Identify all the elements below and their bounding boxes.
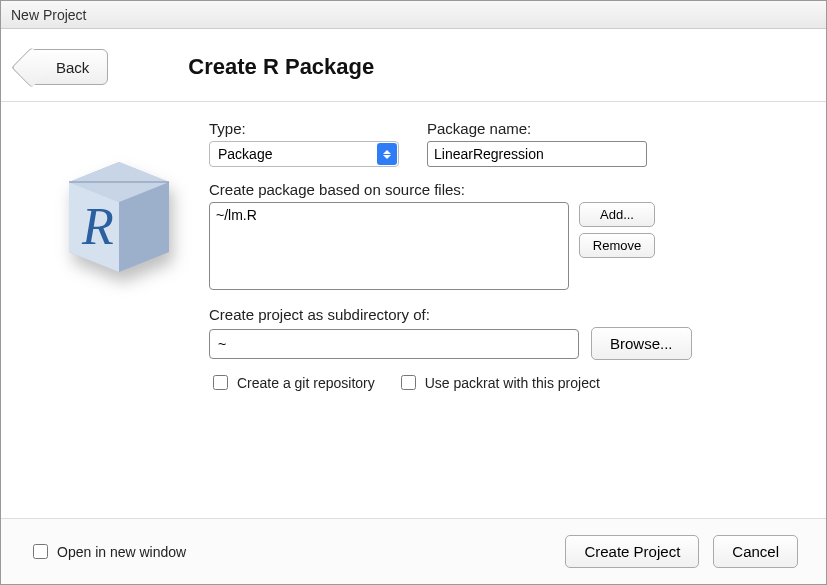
package-name-input[interactable] bbox=[427, 141, 647, 167]
form-column: Type: Package Package name: Create packa… bbox=[209, 120, 798, 508]
packrat-option[interactable]: Use packrat with this project bbox=[397, 372, 600, 393]
type-label: Type: bbox=[209, 120, 399, 137]
packrat-checkbox[interactable] bbox=[401, 375, 416, 390]
back-button[interactable]: Back bbox=[29, 49, 108, 85]
subdirectory-label: Create project as subdirectory of: bbox=[209, 306, 798, 323]
create-project-button[interactable]: Create Project bbox=[565, 535, 699, 568]
packrat-label: Use packrat with this project bbox=[425, 375, 600, 391]
cancel-button[interactable]: Cancel bbox=[713, 535, 798, 568]
new-project-dialog: New Project Back Create R Package R Type… bbox=[0, 0, 827, 585]
open-new-window-option[interactable]: Open in new window bbox=[29, 541, 186, 562]
package-icon-column: R bbox=[29, 120, 209, 508]
package-name-field: Package name: bbox=[427, 120, 647, 167]
git-repo-checkbox[interactable] bbox=[213, 375, 228, 390]
back-button-label: Back bbox=[56, 59, 89, 76]
window-title: New Project bbox=[1, 1, 826, 29]
page-title: Create R Package bbox=[188, 54, 374, 80]
r-package-box-icon: R bbox=[49, 142, 189, 282]
browse-button[interactable]: Browse... bbox=[591, 327, 692, 360]
source-files-label: Create package based on source files: bbox=[209, 181, 798, 198]
type-field: Type: Package bbox=[209, 120, 399, 167]
add-source-button[interactable]: Add... bbox=[579, 202, 655, 227]
svg-text:R: R bbox=[81, 198, 114, 255]
open-new-window-label: Open in new window bbox=[57, 544, 186, 560]
git-repo-option[interactable]: Create a git repository bbox=[209, 372, 375, 393]
git-repo-label: Create a git repository bbox=[237, 375, 375, 391]
remove-source-button[interactable]: Remove bbox=[579, 233, 655, 258]
package-name-label: Package name: bbox=[427, 120, 647, 137]
subdirectory-input[interactable] bbox=[209, 329, 579, 359]
dialog-body: R Type: Package Package name: bbox=[1, 102, 826, 518]
dialog-footer: Open in new window Create Project Cancel bbox=[1, 518, 826, 584]
source-files-list[interactable]: ~/lm.R bbox=[209, 202, 569, 290]
open-new-window-checkbox[interactable] bbox=[33, 544, 48, 559]
dialog-header: Back Create R Package bbox=[1, 29, 826, 101]
type-select[interactable]: Package bbox=[209, 141, 399, 167]
